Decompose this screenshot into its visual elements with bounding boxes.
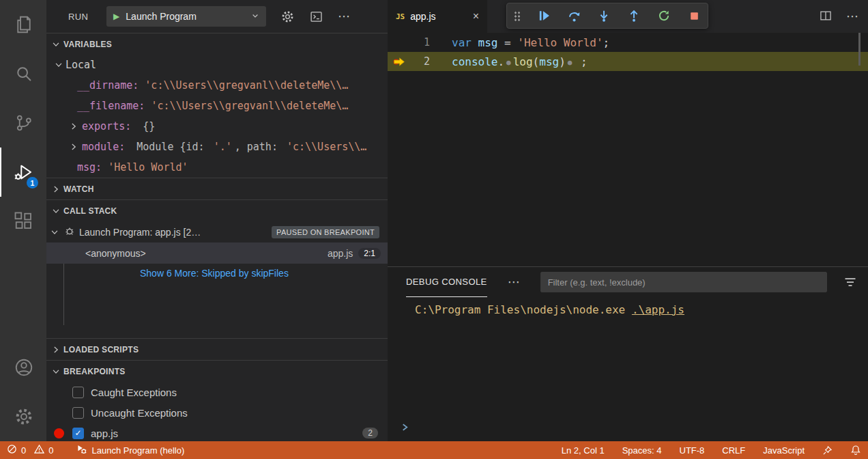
editor-actions: ⋯ — [819, 0, 858, 33]
variable-exports[interactable]: exports: {} — [46, 116, 388, 137]
inline-breakpoint-icon[interactable]: ● — [506, 58, 511, 67]
breakpoint-count-badge: 2 — [362, 428, 378, 439]
breakpoint-icon — [54, 428, 64, 439]
console-file-link[interactable]: .\app.js — [632, 303, 684, 316]
problems-status[interactable]: 0 0 — [7, 444, 53, 456]
extensions-icon — [14, 211, 34, 232]
chevron-icon — [50, 206, 61, 217]
breakpoints-header[interactable]: BREAKPOINTS — [46, 361, 388, 382]
activity-explorer[interactable] — [0, 0, 46, 49]
show-more-link[interactable]: Show 6 More: Skipped by skipFiles — [46, 264, 388, 282]
gear-icon[interactable] — [280, 10, 295, 24]
search-icon — [14, 64, 34, 84]
code-line-1: 1 var msg = 'Hello World'; — [388, 33, 868, 52]
vscode-window: 1 RUN ▶ Launch Program — [0, 0, 868, 459]
drag-handle-icon[interactable] — [514, 10, 521, 21]
cursor-position[interactable]: Ln 2, Col 1 — [562, 445, 605, 456]
console-prompt-icon — [400, 422, 410, 434]
eol-sequence[interactable]: CRLF — [722, 445, 745, 456]
variables-header[interactable]: VARIABLES — [46, 33, 388, 55]
breakpoint-uncaught-exceptions[interactable]: Uncaught Exceptions — [46, 402, 388, 423]
panel-header: DEBUG CONSOLE ⋯ — [388, 267, 868, 297]
checkbox-unchecked[interactable] — [72, 407, 84, 419]
step-into-button[interactable] — [597, 9, 611, 23]
more-actions-icon[interactable]: ⋯ — [338, 13, 350, 20]
breakpoints-section: BREAKPOINTS Caught Exceptions Uncaught E… — [46, 360, 388, 441]
tree-indent-guide — [63, 264, 64, 325]
activity-accounts[interactable] — [0, 343, 46, 392]
loaded-scripts-header[interactable]: LOADED SCRIPTS — [46, 339, 388, 360]
console-filter-input[interactable] — [540, 272, 827, 292]
editor[interactable]: 1 var msg = 'Hello World'; 2 console.●lo… — [388, 33, 868, 266]
checkbox-checked[interactable]: ✓ — [72, 428, 84, 439]
account-icon — [14, 357, 34, 378]
chevron-icon — [50, 366, 61, 377]
activity-extensions[interactable] — [0, 197, 46, 246]
variables-section: VARIABLES Local __dirname: 'c:\\Users\\g… — [46, 33, 388, 178]
settings-gear-icon — [14, 406, 34, 427]
tab-appjs[interactable]: JS app.js × — [388, 0, 487, 33]
run-debug-sidebar: RUN ▶ Launch Program ⋯ VARIABLES — [46, 0, 388, 441]
frame-file: app.js — [328, 248, 353, 259]
checkbox-unchecked[interactable] — [72, 387, 84, 398]
launch-config-label: Launch Program — [126, 11, 197, 22]
breakpoint-caught-exceptions[interactable]: Caught Exceptions — [46, 382, 388, 402]
console-input-row[interactable] — [400, 422, 410, 434]
inline-breakpoint-icon[interactable]: ● — [568, 58, 573, 67]
debug-toolbar — [506, 3, 708, 29]
editor-scrollbar[interactable] — [858, 33, 860, 66]
variable-filename[interactable]: __filename: 'c:\\Users\\gregvanl\\delete… — [46, 96, 388, 116]
call-stack-section: CALL STACK Launch Program: app.js [2… PA… — [46, 199, 388, 338]
launch-config-select[interactable]: ▶ Launch Program — [106, 6, 266, 27]
debug-count-badge: 1 — [27, 177, 38, 189]
feedback-icon[interactable] — [822, 445, 833, 456]
status-bar: 0 0 Launch Program (hello) Ln 2, Col 1 S… — [0, 441, 868, 459]
chevron-icon — [49, 227, 60, 238]
activity-search[interactable] — [0, 49, 46, 98]
watch-header[interactable]: WATCH — [46, 178, 388, 199]
activity-run-debug[interactable]: 1 — [0, 148, 46, 197]
open-debug-console-icon[interactable] — [309, 10, 323, 24]
files-icon — [14, 14, 34, 35]
variable-msg[interactable]: msg: 'Hello World' — [46, 157, 388, 178]
breakpoint-appjs[interactable]: ✓ app.js 2 — [46, 423, 388, 441]
activity-source-control[interactable] — [0, 98, 46, 148]
stop-button[interactable] — [687, 9, 701, 23]
chevron-icon — [50, 39, 61, 50]
indentation[interactable]: Spaces: 4 — [622, 445, 662, 456]
tab-debug-console[interactable]: DEBUG CONSOLE — [406, 267, 487, 297]
debug-session-row[interactable]: Launch Program: app.js [2… PAUSED ON BRE… — [46, 221, 388, 242]
notifications-bell-icon[interactable] — [850, 445, 861, 456]
debug-current-line-arrow-icon[interactable] — [388, 57, 411, 67]
frame-position-badge: 2:1 — [358, 248, 381, 259]
more-actions-icon[interactable]: ⋯ — [508, 279, 520, 286]
split-editor-icon[interactable] — [819, 9, 833, 25]
scope-local[interactable]: Local — [46, 55, 388, 75]
restart-button[interactable] — [657, 9, 671, 23]
variable-module[interactable]: module: Module {id: '.', path: 'c:\\User… — [46, 137, 388, 157]
paused-badge: PAUSED ON BREAKPOINT — [272, 226, 379, 238]
chevron-down-icon — [251, 11, 259, 22]
encoding[interactable]: UTF-8 — [680, 445, 705, 456]
close-icon[interactable]: × — [473, 10, 479, 23]
sidebar-toolbar: RUN ▶ Launch Program ⋯ — [46, 0, 388, 33]
session-label: Launch Program: app.js [2… — [79, 227, 201, 238]
debug-status[interactable]: Launch Program (hello) — [76, 444, 184, 456]
continue-button[interactable] — [537, 9, 551, 23]
chevron-right-icon — [50, 184, 61, 195]
filter-icon[interactable] — [843, 275, 857, 289]
step-out-button[interactable] — [627, 9, 641, 23]
variable-dirname[interactable]: __dirname: 'c:\\Users\\gregvanl\\deleteM… — [46, 75, 388, 96]
line-number: 1 — [411, 36, 430, 48]
tab-bar: JS app.js × ⋯ — [388, 0, 868, 33]
language-mode[interactable]: JavaScript — [763, 445, 805, 456]
call-stack-header[interactable]: CALL STACK — [46, 200, 388, 221]
frame-name: <anonymous> — [85, 248, 146, 259]
chevron-right-icon — [68, 141, 79, 152]
step-over-button[interactable] — [567, 9, 581, 23]
chevron-right-icon — [50, 344, 61, 355]
editor-group: JS app.js × ⋯ — [388, 0, 868, 441]
stack-frame-row[interactable]: <anonymous> app.js 2:1 — [46, 242, 388, 264]
more-actions-icon[interactable]: ⋯ — [846, 13, 858, 20]
activity-settings[interactable] — [0, 392, 46, 441]
